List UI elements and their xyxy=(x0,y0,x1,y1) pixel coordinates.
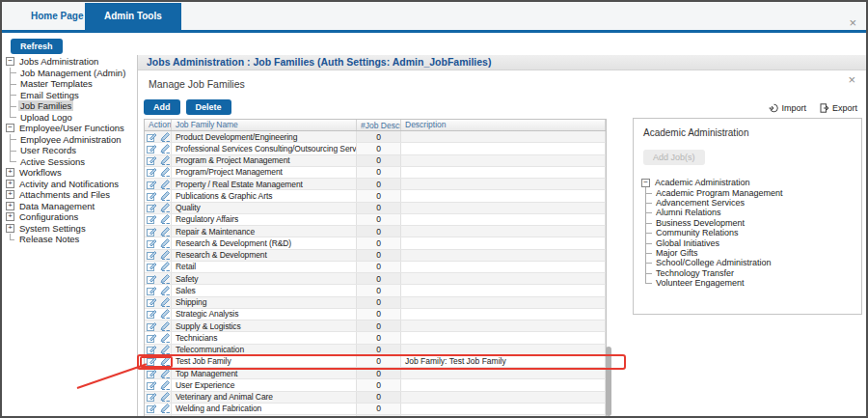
edit-description-icon[interactable] xyxy=(160,345,171,354)
tree-item[interactable]: School/College Administration xyxy=(641,258,861,267)
edit-icon[interactable] xyxy=(147,274,157,284)
table-row[interactable]: Welding and Fabrication0 xyxy=(145,404,606,415)
delete-button[interactable]: Delete xyxy=(186,99,231,115)
expand-icon[interactable]: + xyxy=(6,202,14,210)
edit-icon[interactable] xyxy=(147,250,157,260)
collapse-icon[interactable]: − xyxy=(6,57,14,66)
sidebar-item[interactable]: +Data Management xyxy=(6,201,136,212)
edit-description-icon[interactable] xyxy=(160,262,171,271)
table-row[interactable]: Property / Real Estate Management0 xyxy=(145,179,606,190)
edit-icon[interactable] xyxy=(147,155,157,165)
edit-description-icon[interactable] xyxy=(160,144,171,153)
sidebar-item[interactable]: +Workflows xyxy=(6,167,136,179)
edit-description-icon[interactable] xyxy=(160,297,171,307)
sidebar-item[interactable]: User Records xyxy=(6,145,136,156)
edit-description-icon[interactable] xyxy=(160,274,171,284)
sidebar-item[interactable]: −Employee/User Functions xyxy=(6,123,136,134)
sidebar-item[interactable]: Upload Logo xyxy=(6,112,136,124)
edit-icon[interactable] xyxy=(147,356,157,366)
table-row[interactable]: Quality0 xyxy=(145,203,606,214)
sidebar-item[interactable]: +System Settings xyxy=(6,223,136,235)
edit-description-icon[interactable] xyxy=(160,309,171,319)
table-row[interactable]: Regulatory Affairs0 xyxy=(145,214,606,226)
edit-icon[interactable] xyxy=(147,238,157,248)
edit-icon[interactable] xyxy=(147,380,157,390)
tab-admin-tools[interactable]: Admin Tools xyxy=(85,3,181,30)
tree-item[interactable]: Technology Transfer xyxy=(641,268,861,278)
sidebar-item[interactable]: Employee Administration xyxy=(6,134,136,146)
edit-icon[interactable] xyxy=(147,333,157,343)
edit-description-icon[interactable] xyxy=(160,203,171,212)
edit-icon[interactable] xyxy=(147,180,157,189)
edit-icon[interactable] xyxy=(147,297,157,307)
edit-icon[interactable] xyxy=(147,203,157,212)
edit-icon[interactable] xyxy=(147,286,157,295)
edit-icon[interactable] xyxy=(147,214,157,224)
import-link[interactable]: Import xyxy=(769,103,806,113)
table-row[interactable]: Repair & Maintenance0 xyxy=(145,226,606,237)
table-row[interactable]: Technicians0 xyxy=(145,332,606,344)
sidebar-item[interactable]: Job Management (Admin) xyxy=(6,68,136,79)
edit-description-icon[interactable] xyxy=(160,227,171,237)
expand-icon[interactable]: + xyxy=(6,224,14,233)
table-row[interactable]: Product Development/Engineering0 xyxy=(145,131,606,143)
table-row[interactable]: Strategic Analysis0 xyxy=(145,309,606,320)
edit-description-icon[interactable] xyxy=(160,369,171,378)
table-row[interactable]: Top Management0 xyxy=(145,368,606,379)
table-row[interactable]: Retail0 xyxy=(145,262,606,273)
edit-description-icon[interactable] xyxy=(160,155,171,165)
sidebar-item[interactable]: Release Notes xyxy=(6,234,136,245)
table-row[interactable]: Telecommunication0 xyxy=(145,345,606,356)
sidebar-item[interactable]: +Attachments and Files xyxy=(6,189,136,201)
close-icon[interactable]: × xyxy=(849,18,856,28)
tree-root-item[interactable]: −Academic Administration xyxy=(641,178,861,187)
tree-item[interactable]: Volunteer Engagement xyxy=(641,278,861,288)
edit-description-icon[interactable] xyxy=(160,356,171,366)
table-row[interactable]: Veterinary and Animal Care0 xyxy=(145,392,606,404)
table-row[interactable]: Supply & Logistics0 xyxy=(145,320,606,332)
edit-description-icon[interactable] xyxy=(160,167,171,177)
column-header-description[interactable]: Description xyxy=(401,120,606,130)
expand-icon[interactable]: + xyxy=(6,168,14,177)
table-row[interactable]: Professional Services Consulting/Outsour… xyxy=(145,143,606,154)
table-row[interactable]: Test Job Family0Job Family: Test Job Fam… xyxy=(145,356,606,368)
edit-icon[interactable] xyxy=(147,262,157,271)
edit-description-icon[interactable] xyxy=(160,286,171,295)
column-header-action[interactable]: Action xyxy=(145,120,172,130)
table-row[interactable]: Publications & Graphic Arts0 xyxy=(145,190,606,202)
table-row[interactable]: Program & Project Management0 xyxy=(145,155,606,167)
edit-description-icon[interactable] xyxy=(160,380,171,390)
edit-description-icon[interactable] xyxy=(160,321,171,331)
table-row[interactable]: Program/Project Management0 xyxy=(145,167,606,179)
edit-description-icon[interactable] xyxy=(160,238,171,248)
tree-item[interactable]: Community Relations xyxy=(641,228,861,237)
edit-description-icon[interactable] xyxy=(160,392,171,402)
table-row[interactable]: Research & Development (R&D)0 xyxy=(145,237,606,249)
tree-item[interactable]: Advancement Services xyxy=(641,198,861,208)
sidebar-item[interactable]: Active Sessions xyxy=(6,156,136,168)
column-header-job-family-name[interactable]: Job Family Name xyxy=(172,120,357,130)
tree-item[interactable]: Business Development xyxy=(641,218,861,228)
edit-description-icon[interactable] xyxy=(160,250,171,260)
edit-icon[interactable] xyxy=(147,144,157,153)
refresh-button[interactable]: Refresh xyxy=(11,39,63,54)
table-row[interactable]: User Experience0 xyxy=(145,379,606,391)
collapse-icon[interactable]: − xyxy=(6,124,14,132)
sidebar-item[interactable]: +Configurations xyxy=(6,211,136,223)
sidebar-item[interactable]: Job Families xyxy=(6,100,136,112)
edit-description-icon[interactable] xyxy=(160,404,171,413)
edit-icon[interactable] xyxy=(147,191,157,201)
collapse-icon[interactable]: − xyxy=(641,179,650,187)
column-header--job-descs[interactable]: #Job Descs ▴ xyxy=(357,120,401,130)
table-scrollbar[interactable] xyxy=(606,347,611,416)
edit-description-icon[interactable] xyxy=(160,191,171,201)
tree-item[interactable]: Alumni Relations xyxy=(641,208,861,217)
edit-icon[interactable] xyxy=(147,392,157,402)
add-jobs-button[interactable]: Add Job(s) xyxy=(643,150,705,165)
edit-description-icon[interactable] xyxy=(160,214,171,224)
table-row[interactable]: Sales0 xyxy=(145,285,606,296)
table-row[interactable]: Research & Development0 xyxy=(145,250,606,262)
edit-icon[interactable] xyxy=(147,167,157,177)
edit-icon[interactable] xyxy=(147,321,157,331)
add-button[interactable]: Add xyxy=(144,99,180,115)
